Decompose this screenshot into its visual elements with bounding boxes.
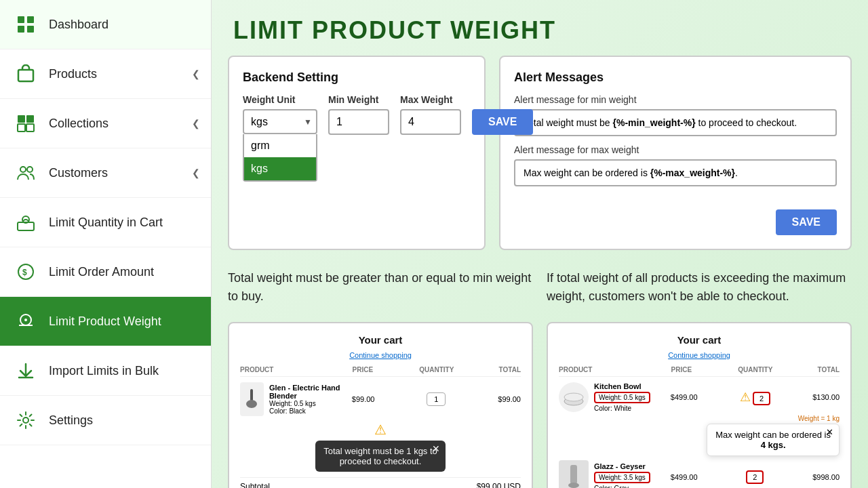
svg-rect-2 xyxy=(18,26,24,33)
col-total2: TOTAL xyxy=(783,366,840,373)
alert-save-button[interactable]: SAVE xyxy=(776,209,837,235)
left-product-price: $99.00 xyxy=(352,395,406,403)
left-description: Total weight must be greater than or equ… xyxy=(228,264,533,311)
left-preview-title: Your cart xyxy=(240,334,521,346)
right-continue-shopping[interactable]: Continue shopping xyxy=(559,351,840,359)
min-weight-label: Min Weight xyxy=(328,94,389,105)
right-product2-row: Glazz - Geyser Weight: 3.5 kgs Color: Gr… xyxy=(559,460,840,488)
min-alert-group: Alert message for min weight Total weigh… xyxy=(514,94,837,136)
import-limits-icon xyxy=(14,359,38,383)
col-product2: PRODUCT xyxy=(559,366,671,373)
svg-rect-1 xyxy=(27,16,34,23)
left-product-weight: Weight: 0.5 kgs xyxy=(269,400,349,407)
right-description: If total weight of all products is excee… xyxy=(547,264,852,311)
right-product1-weight-badge: Weight: 0.5 kgs xyxy=(594,392,650,403)
max-tooltip-text: Max weight can be ordered is4 kgs. xyxy=(715,430,831,450)
left-product-name: Glen - Electric Hand Blender xyxy=(269,384,349,400)
max-alert-display: Max weight can be ordered is {%-max_weig… xyxy=(514,159,837,186)
min-weight-var: {%-min_weight-%} xyxy=(613,117,696,128)
tooltip-close-icon[interactable]: ✕ xyxy=(432,443,440,454)
svg-text:$: $ xyxy=(22,268,27,277)
right-product2-name: Glazz - Geyser xyxy=(594,462,650,470)
page-title: LIMIT PRODUCT WEIGHT xyxy=(212,0,868,56)
col-quantity2: QUANTITY xyxy=(727,366,783,373)
weight-unit-dropdown[interactable]: grm kgs xyxy=(243,134,317,182)
backend-save-button[interactable]: SAVE xyxy=(472,109,533,135)
svg-rect-18 xyxy=(250,389,253,401)
main-content: LIMIT PRODUCT WEIGHT Backend Setting Wei… xyxy=(212,0,868,488)
min-weight-input[interactable] xyxy=(328,109,389,135)
weight-unit-label: Weight Unit xyxy=(243,94,317,105)
sidebar-item-customers[interactable]: Customers ❮ xyxy=(0,148,211,198)
col-price2: PRICE xyxy=(671,366,728,373)
customers-icon xyxy=(14,161,38,185)
sidebar-item-label: Limit Order Amount xyxy=(49,265,154,279)
dropdown-option-grm[interactable]: grm xyxy=(244,134,316,157)
alert-card-title: Alert Messages xyxy=(514,70,837,85)
col-total: TOTAL xyxy=(465,366,521,373)
right-preview-title: Your cart xyxy=(559,334,840,346)
max-weight-input[interactable] xyxy=(400,109,461,135)
left-preview-card: Your cart Continue shopping PRODUCT PRIC… xyxy=(228,322,533,488)
svg-point-17 xyxy=(23,418,28,423)
left-product-color: Color: Black xyxy=(269,407,349,415)
product1-image xyxy=(559,382,589,412)
col-quantity: QUANTITY xyxy=(408,366,465,373)
left-subtotal-row: Subtotal $99.00 USD xyxy=(240,477,521,488)
left-continue-shopping[interactable]: Continue shopping xyxy=(240,351,521,359)
sidebar-item-collections[interactable]: Collections ❮ xyxy=(0,99,211,148)
right-product1-price: $499.00 xyxy=(671,393,725,401)
sidebar-item-label: Dashboard xyxy=(49,18,108,32)
right-product1-name: Kitchen Bowl xyxy=(594,382,650,390)
sidebar-item-dashboard[interactable]: Dashboard xyxy=(0,0,211,49)
svg-rect-6 xyxy=(26,115,34,123)
sidebar-item-limit-order[interactable]: $ Limit Order Amount xyxy=(0,247,211,297)
sidebar-item-label: Collections xyxy=(49,117,108,131)
weight-unit-select[interactable]: kgs grm xyxy=(243,109,317,134)
subtotal-value: $99.00 USD xyxy=(477,482,521,488)
settings-icon xyxy=(14,408,38,432)
warning-icon2: ⚠ xyxy=(740,390,751,404)
weight-unit-wrapper: kgs grm ▼ grm kgs xyxy=(243,109,317,134)
dashboard-icon xyxy=(14,12,38,37)
max-tooltip-close-icon[interactable]: ✕ xyxy=(826,427,833,437)
limit-quantity-icon xyxy=(14,210,38,235)
svg-point-21 xyxy=(564,393,583,401)
dropdown-option-kgs[interactable]: kgs xyxy=(244,157,316,180)
sidebar-item-settings[interactable]: Settings xyxy=(0,396,211,445)
backend-card-title: Backend Setting xyxy=(243,70,471,85)
col-product: PRODUCT xyxy=(240,366,353,373)
backend-setting-card: Backend Setting Weight Unit kgs grm ▼ xyxy=(228,56,486,250)
sidebar-item-label: Settings xyxy=(49,413,93,428)
svg-point-19 xyxy=(246,400,257,408)
svg-rect-5 xyxy=(18,115,25,123)
alert-messages-card: Alert Messages Alert message for min wei… xyxy=(499,56,852,250)
sidebar-item-products[interactable]: Products ❮ xyxy=(0,49,211,99)
subtotal-label: Subtotal xyxy=(240,482,270,488)
right-product2-weight-badge: Weight: 3.5 kgs xyxy=(594,472,650,483)
col-price: PRICE xyxy=(353,366,409,373)
product2-image xyxy=(559,460,589,488)
products-icon xyxy=(14,62,38,86)
sidebar-item-label: Products xyxy=(49,67,97,81)
sidebar-item-limit-quantity[interactable]: Limit Quantity in Cart xyxy=(0,198,211,247)
sidebar-item-limit-weight[interactable]: Limit Product Weight xyxy=(0,297,211,346)
product-image xyxy=(240,382,264,416)
max-weight-tooltip: ✕ Max weight can be ordered is4 kgs. xyxy=(707,424,840,456)
svg-point-16 xyxy=(24,319,27,321)
sidebar-item-label: Limit Quantity in Cart xyxy=(49,216,163,230)
limit-weight-icon xyxy=(14,309,38,333)
limit-order-icon: $ xyxy=(14,260,38,284)
svg-rect-4 xyxy=(18,70,33,81)
right-product2-color: Color: Gray xyxy=(594,485,650,488)
sidebar-item-label: Import Limits in Bulk xyxy=(49,364,159,378)
collections-icon xyxy=(14,111,38,136)
right-product2-total: $998.00 xyxy=(785,473,840,481)
sidebar-item-import-limits[interactable]: Import Limits in Bulk xyxy=(0,346,211,396)
tooltip-text: Total weight must be 1 kgs toproceed to … xyxy=(323,446,437,466)
svg-point-23 xyxy=(568,483,579,488)
svg-rect-0 xyxy=(18,16,24,23)
max-alert-group: Alert message for max weight Max weight … xyxy=(514,144,837,186)
right-product1-row: Kitchen Bowl Weight: 0.5 kgs Color: Whit… xyxy=(559,382,840,412)
chevron-icon: ❮ xyxy=(192,68,200,79)
